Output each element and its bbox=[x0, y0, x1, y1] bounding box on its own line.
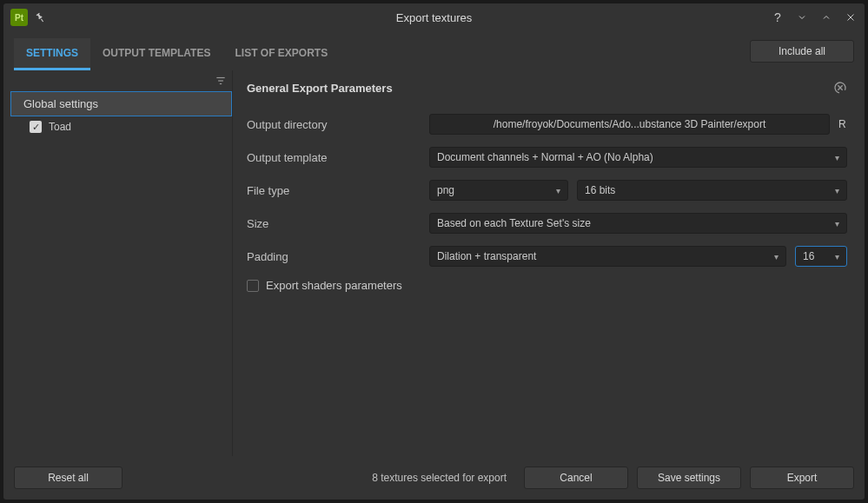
sidebar-header[interactable]: Global settings bbox=[10, 91, 232, 116]
sidebar-item-toad[interactable]: ✓ Toad bbox=[10, 116, 232, 137]
label-size: Size bbox=[247, 217, 429, 230]
content-title: General Export Parameters bbox=[247, 82, 393, 95]
content: General Export Parameters Output directo… bbox=[236, 70, 858, 456]
row-file-type: File type png ▾ 16 bits ▾ bbox=[247, 180, 847, 201]
size-select[interactable]: Based on each Texture Set's size ▾ bbox=[429, 213, 847, 234]
file-type-depth-select[interactable]: 16 bits ▾ bbox=[577, 180, 847, 201]
cancel-button[interactable]: Cancel bbox=[524, 467, 628, 489]
row-size: Size Based on each Texture Set's size ▾ bbox=[247, 213, 847, 234]
chevron-down-icon: ▾ bbox=[556, 186, 560, 195]
filter-icon[interactable] bbox=[215, 75, 227, 87]
export-shaders-label: Export shaders parameters bbox=[266, 279, 402, 292]
export-button[interactable]: Export bbox=[750, 467, 854, 489]
file-type-format-select[interactable]: png ▾ bbox=[429, 180, 568, 201]
save-settings-button[interactable]: Save settings bbox=[637, 467, 741, 489]
output-directory-suffix[interactable]: R bbox=[838, 118, 847, 130]
footer: Reset all 8 textures selected for export… bbox=[3, 456, 865, 500]
label-file-type: File type bbox=[247, 184, 429, 197]
tab-settings[interactable]: SETTINGS bbox=[14, 38, 90, 70]
row-export-shaders: Export shaders parameters bbox=[247, 279, 847, 292]
toolbar: SETTINGS OUTPUT TEMPLATES LIST OF EXPORT… bbox=[3, 31, 865, 70]
row-output-template: Output template Document channels + Norm… bbox=[247, 147, 847, 168]
chevron-down-icon: ▾ bbox=[835, 186, 839, 195]
select-value: Based on each Texture Set's size bbox=[437, 217, 591, 229]
padding-mode-select[interactable]: Dilation + transparent ▾ bbox=[429, 246, 786, 267]
tab-list-of-exports[interactable]: LIST OF EXPORTS bbox=[222, 38, 340, 70]
label-padding: Padding bbox=[247, 250, 429, 263]
chevron-down-icon: ▾ bbox=[835, 219, 839, 228]
output-template-select[interactable]: Document channels + Normal + AO (No Alph… bbox=[429, 147, 847, 168]
export-shaders-checkbox[interactable] bbox=[247, 280, 259, 292]
sidebar: Global settings ✓ Toad bbox=[10, 70, 233, 456]
checkbox-icon[interactable]: ✓ bbox=[30, 121, 42, 133]
row-padding: Padding Dilation + transparent ▾ 16 ▾ bbox=[247, 246, 847, 267]
select-value: 16 bbox=[803, 250, 814, 262]
chevron-down-icon: ▾ bbox=[835, 153, 839, 162]
pin-icon[interactable] bbox=[32, 10, 48, 25]
reset-all-button[interactable]: Reset all bbox=[14, 467, 123, 489]
output-directory-input[interactable] bbox=[429, 114, 830, 135]
padding-amount-select[interactable]: 16 ▾ bbox=[795, 246, 847, 267]
select-value: 16 bits bbox=[585, 184, 615, 196]
select-value: Document channels + Normal + AO (No Alph… bbox=[437, 151, 653, 163]
reset-section-icon[interactable] bbox=[833, 81, 847, 95]
label-output-directory: Output directory bbox=[247, 118, 429, 131]
label-output-template: Output template bbox=[247, 151, 429, 164]
row-output-directory: Output directory R bbox=[247, 114, 847, 135]
tab-output-templates[interactable]: OUTPUT TEMPLATES bbox=[90, 38, 222, 70]
select-value: Dilation + transparent bbox=[437, 250, 536, 262]
footer-status: 8 textures selected for export bbox=[131, 472, 515, 484]
sidebar-item-label: Toad bbox=[49, 121, 71, 133]
help-icon[interactable]: ? bbox=[771, 10, 785, 24]
maximize-icon[interactable] bbox=[819, 10, 833, 24]
window-title: Export textures bbox=[396, 11, 472, 24]
close-icon[interactable] bbox=[844, 10, 858, 24]
titlebar: Pt Export textures ? bbox=[3, 3, 865, 31]
chevron-down-icon: ▾ bbox=[774, 252, 779, 261]
chevron-down-icon: ▾ bbox=[835, 252, 839, 261]
select-value: png bbox=[437, 184, 454, 196]
include-all-button[interactable]: Include all bbox=[750, 40, 854, 63]
app-icon: Pt bbox=[10, 9, 28, 26]
minimize-icon[interactable] bbox=[795, 10, 809, 24]
